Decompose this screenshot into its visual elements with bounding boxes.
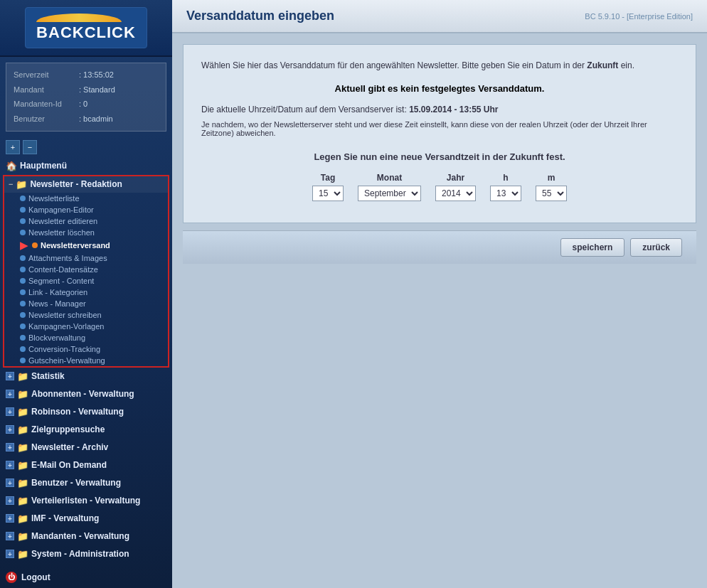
sub-item-content-datensaetze[interactable]: Content-Datensätze — [16, 264, 168, 275]
bullet-icon — [20, 218, 26, 224]
mandanten-id-value: : 0 — [79, 97, 159, 111]
logo-text: BACKCLICK — [36, 23, 136, 42]
sub-item-newsletter-editieren[interactable]: Newsletter editieren — [16, 215, 168, 227]
sidebar-item-hauptmenu[interactable]: 🏠 Hauptmenü — [0, 157, 172, 175]
sidebar-item-zielgruppensuche[interactable]: + 📁 Zielgruppensuche — [0, 421, 172, 439]
sub-item-link-kategorien[interactable]: Link - Kategorien — [16, 287, 168, 298]
sub-item-newsletter-loeschen[interactable]: Newsletter löschen — [16, 227, 168, 238]
folder-icon: 📁 — [17, 549, 28, 560]
content-box: Wählen Sie hier das Versanddatum für den… — [183, 44, 696, 223]
folder-icon: 📁 — [17, 496, 28, 506]
m-field: m 55 — [536, 173, 567, 201]
sub-item-gutschein-verwaltung[interactable]: Gutschein-Verwaltung — [16, 355, 168, 366]
sidebar-item-newsletter---archiv[interactable]: + 📁 Newsletter - Archiv — [0, 439, 172, 456]
selector-title: Legen Sie nun eine neue Versandtzeit in … — [201, 151, 678, 162]
sidebar-item-imf---verwaltung[interactable]: + 📁 IMF - Verwaltung — [0, 510, 172, 528]
bullet-icon — [20, 230, 26, 235]
tag-select[interactable]: 15 — [312, 186, 344, 201]
content-area: Wählen Sie hier das Versanddatum für den… — [172, 33, 707, 588]
sub-item-segment-content[interactable]: Segment - Content — [16, 275, 168, 287]
sub-item-label: Conversion-Tracking — [28, 345, 100, 353]
sub-item-newsletterliste[interactable]: Newsletterliste — [16, 193, 168, 204]
intro-end: ein. — [618, 60, 634, 70]
sub-item-attachments[interactable]: Attachments & Images — [16, 252, 168, 264]
sidebar-item-robinson---verwaltung[interactable]: + 📁 Robinson - Verwaltung — [0, 403, 172, 421]
logout-item[interactable]: ⏻ Logout — [0, 567, 172, 587]
sidebar-item-benutzer---verwaltung[interactable]: + 📁 Benutzer - Verwaltung — [0, 474, 172, 492]
monat-label: Monat — [377, 173, 402, 183]
bullet-icon — [20, 207, 26, 213]
logo-box: BACKCLICK — [25, 7, 147, 48]
logout-icon: ⏻ — [6, 572, 17, 583]
collapse-icon-btn[interactable]: − — [23, 140, 37, 154]
logo-arc — [36, 14, 122, 22]
sub-item-label: Kampagnen-Editor — [28, 205, 94, 214]
current-time-prefix: Die aktuelle Uhrzeit/Datum auf dem Versa… — [201, 105, 409, 114]
expand-icon-btn[interactable]: + — [6, 140, 20, 154]
sub-item-label: Newsletterliste — [28, 194, 80, 203]
newsletter-redaktion-section: − 📁 Newsletter - Redaktion Newsletterlis… — [3, 175, 169, 368]
section-label: Benutzer - Verwaltung — [31, 478, 121, 488]
sub-item-kampagnen-vorlagen[interactable]: Kampagnen-Vorlagen — [16, 321, 168, 332]
sub-item-label: Link - Kategorien — [28, 288, 87, 296]
bullet-icon — [32, 242, 38, 248]
folder-icon: 📁 — [17, 389, 28, 400]
plus-box-icon: + — [6, 479, 14, 487]
sidebar-item-mandanten---verwaltung[interactable]: + 📁 Mandanten - Verwaltung — [0, 528, 172, 545]
folder-icon: 📁 — [17, 407, 28, 417]
sidebar-item-abonnenten---verwaltung[interactable]: + 📁 Abonnenten - Verwaltung — [0, 385, 172, 403]
sub-item-blockverwaltung[interactable]: Blockverwaltung — [16, 332, 168, 343]
other-nav-sections: + 📁 Statistik + 📁 Abonnenten - Verwaltun… — [0, 368, 172, 563]
h-select[interactable]: 13 — [490, 186, 521, 201]
bullet-icon — [20, 267, 26, 272]
m-select[interactable]: 55 — [536, 186, 567, 201]
back-button[interactable]: zurück — [630, 238, 682, 257]
sub-item-news-manager[interactable]: News - Manager — [16, 298, 168, 309]
current-time-display: Die aktuelle Uhrzeit/Datum auf dem Versa… — [201, 105, 678, 114]
sidebar-item-verteilerlisten---verwaltung[interactable]: + 📁 Verteilerlisten - Verwaltung — [0, 492, 172, 510]
sidebar-item-newsletter-redaktion[interactable]: − 📁 Newsletter - Redaktion — [4, 176, 168, 193]
plus-box-icon: + — [6, 461, 14, 469]
bullet-icon — [20, 335, 26, 341]
section-label: Abonnenten - Verwaltung — [31, 389, 134, 399]
sidebar-item-e-mail-on-demand[interactable]: + 📁 E-Mail On Demand — [0, 456, 172, 474]
folder-icon: 📁 — [17, 513, 28, 524]
bullet-icon — [20, 278, 26, 284]
bullet-icon — [20, 301, 26, 306]
folder-icon: 📁 — [17, 478, 28, 488]
sub-item-label: Blockverwaltung — [28, 333, 85, 342]
monat-field: Monat September — [358, 173, 421, 201]
arrow-icon: ▶ — [20, 240, 28, 251]
plus-box-icon: + — [6, 390, 14, 398]
jahr-select[interactable]: 2014 — [435, 186, 476, 201]
sub-item-newsletterversand[interactable]: ▶ Newsletterversand — [16, 238, 168, 252]
plus-box-icon: + — [6, 407, 14, 416]
bullet-icon — [20, 289, 26, 295]
page-title: Versanddatum eingeben — [186, 9, 334, 23]
section-label: Mandanten - Verwaltung — [31, 531, 129, 541]
version-text: BC 5.9.10 - [Enterprise Edition] — [585, 12, 693, 21]
server-info: Serverzeit : 13:55:02 Mandant : Standard… — [6, 63, 166, 132]
intro-prefix: Wählen Sie hier das Versanddatum für den… — [201, 60, 587, 70]
bullet-icon — [20, 196, 26, 201]
notice-text: Aktuell gibt es kein festgelegtes Versan… — [335, 83, 545, 94]
home-icon: 🏠 — [6, 161, 17, 171]
sidebar-item-system---administration[interactable]: + 📁 System - Administration — [0, 545, 172, 563]
folder-icon: 📁 — [17, 460, 28, 471]
sub-item-label: Kampagnen-Vorlagen — [28, 322, 104, 331]
sub-item-newsletter-schreiben[interactable]: Newsletter schreiben — [16, 309, 168, 321]
sub-item-kampagnen-editor[interactable]: Kampagnen-Editor — [16, 204, 168, 215]
intro-bold: Zukunft — [587, 60, 618, 70]
sidebar-item-statistik[interactable]: + 📁 Statistik — [0, 368, 172, 385]
main-header: Versanddatum eingeben BC 5.9.10 - [Enter… — [172, 0, 707, 33]
sub-item-label: Newsletter schreiben — [28, 311, 102, 319]
save-button[interactable]: speichern — [560, 238, 625, 257]
hauptmenu-label: Hauptmenü — [20, 161, 67, 171]
sub-item-label: Attachments & Images — [28, 254, 107, 262]
plus-box-icon: + — [6, 372, 14, 380]
section-label: Zielgruppensuche — [31, 424, 105, 434]
main-content: Versanddatum eingeben BC 5.9.10 - [Enter… — [172, 0, 707, 588]
monat-select[interactable]: September — [358, 186, 421, 201]
sub-item-conversion-tracking[interactable]: Conversion-Tracking — [16, 343, 168, 355]
section-label: Verteilerlisten - Verwaltung — [31, 496, 140, 506]
